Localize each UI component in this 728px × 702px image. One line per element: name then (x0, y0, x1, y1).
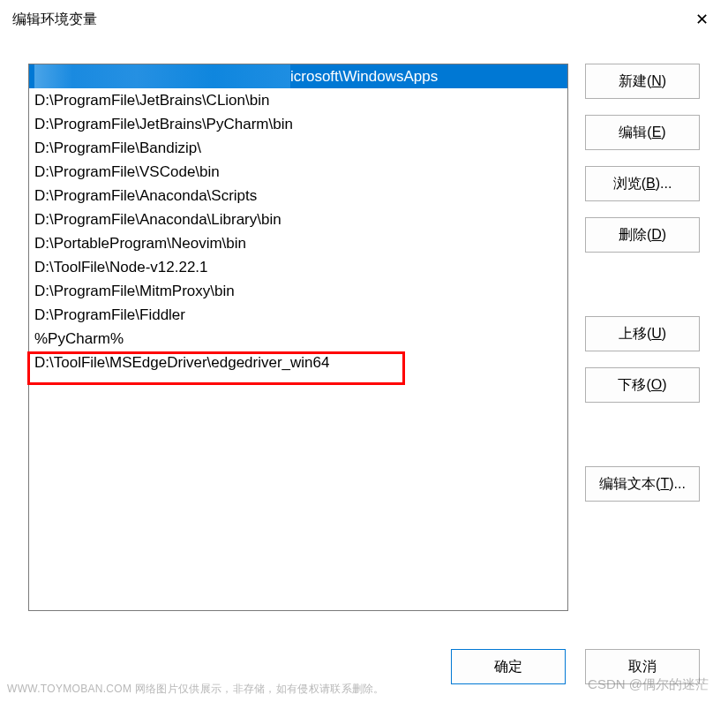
list-item[interactable]: D:\PortableProgram\Neovim\bin (29, 231, 567, 255)
edit-button[interactable]: 编辑(E) (585, 115, 700, 150)
watermark-right: CSDN @偶尔的迷茫 (588, 676, 709, 693)
new-button[interactable]: 新建(N) (585, 64, 700, 99)
edittext-button[interactable]: 编辑文本(T)... (585, 466, 700, 502)
env-var-dialog: 编辑环境变量 ✕ icrosoft\WindowsAppsD:\ProgramF… (0, 0, 728, 702)
close-icon[interactable]: ✕ (691, 9, 712, 30)
ok-button[interactable]: 确定 (451, 649, 566, 684)
titlebar: 编辑环境变量 ✕ (0, 0, 728, 39)
list-item[interactable]: D:\ProgramFile\Anaconda\Library\bin (29, 208, 567, 231)
moveup-button[interactable]: 上移(U) (585, 316, 700, 351)
list-item[interactable]: %PyCharm% (29, 327, 567, 351)
movedown-button[interactable]: 下移(O) (585, 367, 700, 403)
list-item[interactable]: D:\ToolFile\Node-v12.22.1 (29, 255, 567, 279)
list-item[interactable]: D:\ToolFile\MSEdgeDriver\edgedriver_win6… (29, 351, 567, 374)
list-item-label: icrosoft\WindowsApps (290, 68, 438, 85)
path-list[interactable]: icrosoft\WindowsAppsD:\ProgramFile\JetBr… (28, 64, 568, 611)
list-item[interactable]: icrosoft\WindowsApps (29, 64, 567, 88)
browse-button[interactable]: 浏览(B)... (585, 166, 700, 201)
delete-button[interactable]: 删除(D) (585, 217, 700, 253)
list-item[interactable]: D:\ProgramFile\MitmProxy\bin (29, 279, 567, 303)
list-item[interactable]: D:\ProgramFile\JetBrains\PyCharm\bin (29, 112, 567, 136)
list-item[interactable]: D:\ProgramFile\Bandizip\ (29, 136, 567, 160)
content-area: icrosoft\WindowsAppsD:\ProgramFile\JetBr… (28, 64, 700, 638)
dialog-title: 编辑环境变量 (12, 11, 97, 29)
list-item[interactable]: D:\ProgramFile\Anaconda\Scripts (29, 184, 567, 208)
list-item[interactable]: D:\ProgramFile\JetBrains\CLion\bin (29, 88, 567, 112)
redacted-region (34, 64, 290, 88)
watermark-left: WWW.TOYMOBAN.COM 网络图片仅供展示，非存储，如有侵权请联系删除。 (7, 682, 385, 697)
list-item[interactable]: D:\ProgramFile\VSCode\bin (29, 160, 567, 184)
list-item[interactable]: D:\ProgramFile\Fiddler (29, 303, 567, 327)
button-column: 新建(N) 编辑(E) 浏览(B)... 删除(D) 上移(U) 下移(O) 编… (585, 64, 700, 502)
